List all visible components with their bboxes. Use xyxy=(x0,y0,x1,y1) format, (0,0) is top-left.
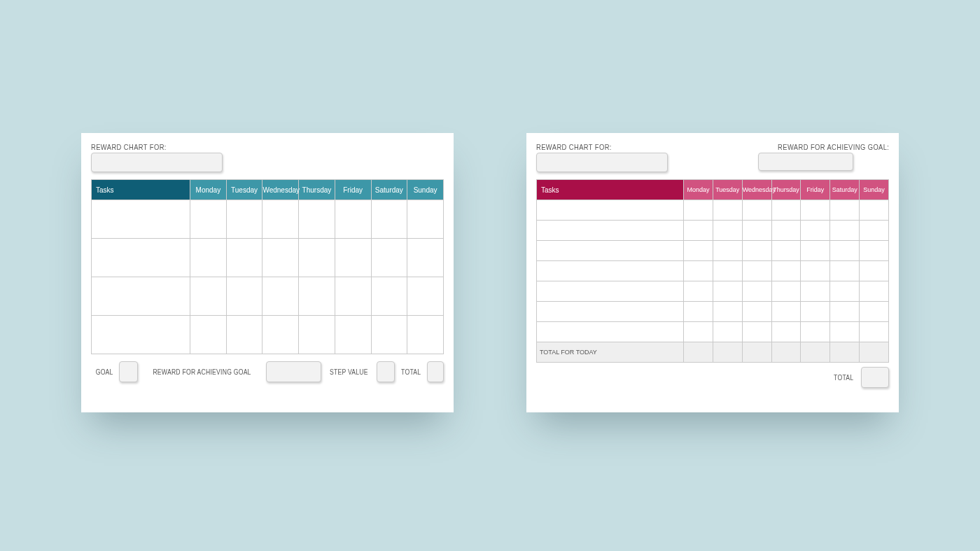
table-row xyxy=(537,241,889,261)
reward-input-box[interactable] xyxy=(266,361,321,382)
reward-input-box[interactable] xyxy=(758,153,853,171)
reward-label: REWARD FOR ACHIEVING GOAL xyxy=(153,368,251,376)
day-header-tue: Tuesday xyxy=(226,180,262,200)
footer-row: TOTAL xyxy=(526,363,899,388)
table-row xyxy=(92,200,444,239)
total-input-box[interactable] xyxy=(861,367,889,388)
reward-chart-card-magenta: REWARD CHART FOR: REWARD FOR ACHIEVING G… xyxy=(526,133,899,412)
reward-chart-card-teal: REWARD CHART FOR: Tasks Monday Tuesday W… xyxy=(81,133,454,412)
table-row xyxy=(92,316,444,354)
goal-label: GOAL xyxy=(96,368,113,376)
day-header-mon: Monday xyxy=(190,180,227,200)
name-input-box[interactable] xyxy=(91,153,223,172)
total-for-today-row: TOTAL FOR TODAY xyxy=(537,342,889,363)
reward-for-goal-label: REWARD FOR ACHIEVING GOAL: xyxy=(778,143,889,151)
table-row xyxy=(537,281,889,302)
table-row xyxy=(537,302,889,322)
table-row xyxy=(537,261,889,281)
day-header-sun: Sunday xyxy=(407,180,444,200)
total-label: TOTAL xyxy=(834,373,853,382)
table-row xyxy=(537,221,889,241)
reward-field-group: REWARD FOR ACHIEVING GOAL: xyxy=(758,143,889,172)
table-row xyxy=(537,322,889,342)
tasks-header: Tasks xyxy=(537,180,684,200)
step-value-label: STEP VALUE xyxy=(330,368,368,376)
day-header-sat: Saturday xyxy=(371,180,407,200)
day-header-fri: Friday xyxy=(801,180,830,200)
step-value-input-box[interactable] xyxy=(377,361,395,382)
name-field-group: REWARD CHART FOR: xyxy=(536,143,668,172)
day-header-fri: Friday xyxy=(335,180,371,200)
reward-chart-for-label: REWARD CHART FOR: xyxy=(91,143,203,151)
total-input-box[interactable] xyxy=(427,361,444,382)
day-header-wed: Wednesday xyxy=(262,180,299,200)
day-header-mon: Monday xyxy=(684,180,713,200)
footer-row: GOAL REWARD FOR ACHIEVING GOAL STEP VALU… xyxy=(81,354,454,382)
goal-input-box[interactable] xyxy=(119,361,137,382)
header-row: REWARD CHART FOR: REWARD FOR ACHIEVING G… xyxy=(526,133,899,172)
day-header-thu: Thursday xyxy=(299,180,335,200)
table-row xyxy=(92,239,444,277)
reward-chart-for-label: REWARD CHART FOR: xyxy=(536,143,648,151)
tasks-table: Tasks Monday Tuesday Wednesday Thursday … xyxy=(536,179,889,363)
table-row xyxy=(537,200,889,221)
day-header-sun: Sunday xyxy=(860,180,889,200)
day-header-tue: Tuesday xyxy=(713,180,742,200)
day-header-wed: Wednesday xyxy=(742,180,771,200)
name-field-group: REWARD CHART FOR: xyxy=(91,143,223,172)
day-header-thu: Thursday xyxy=(771,180,801,200)
header-row: REWARD CHART FOR: xyxy=(81,133,454,172)
total-label: TOTAL xyxy=(401,368,421,376)
total-for-today-label: TOTAL FOR TODAY xyxy=(537,342,684,363)
table-row xyxy=(92,277,444,316)
tasks-table: Tasks Monday Tuesday Wednesday Thursday … xyxy=(91,179,444,354)
table-header-row: Tasks Monday Tuesday Wednesday Thursday … xyxy=(92,180,444,200)
name-input-box[interactable] xyxy=(536,153,668,172)
day-header-sat: Saturday xyxy=(830,180,860,200)
tasks-header: Tasks xyxy=(92,180,190,200)
table-header-row: Tasks Monday Tuesday Wednesday Thursday … xyxy=(537,180,889,200)
